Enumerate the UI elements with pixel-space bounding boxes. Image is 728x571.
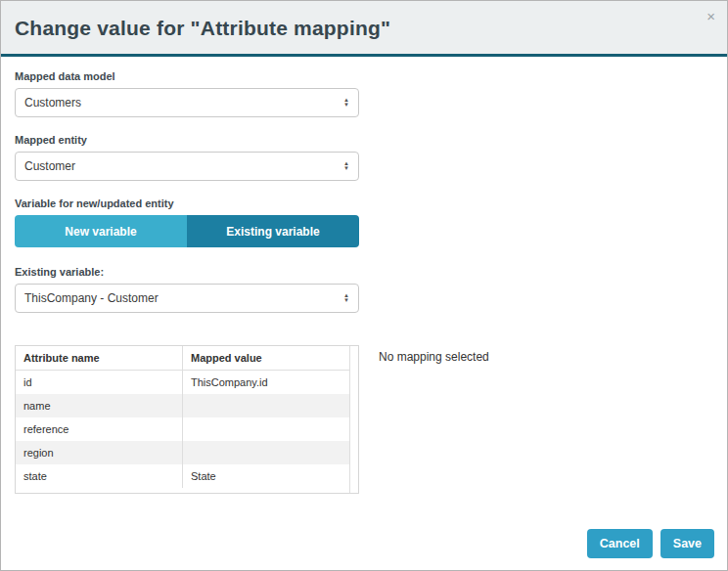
existing-variable-label: Existing variable: [15,266,713,278]
table-row[interactable]: idThisCompany.id [16,371,349,395]
select-arrows-icon: ▲▼ [343,98,349,108]
variable-toggle-group: New variable Existing variable [15,215,359,247]
variable-section-label: Variable for new/updated entity [15,198,713,209]
table-row[interactable]: name [16,394,349,417]
existing-variable-button[interactable]: Existing variable [187,215,359,247]
save-button[interactable]: Save [660,529,714,558]
table-row[interactable]: reference [16,417,349,441]
attribute-name-header: Attribute name [16,346,183,371]
existing-variable-value: ThisCompany - Customer [24,291,159,305]
no-mapping-message: No mapping selected [379,350,489,364]
close-icon[interactable]: × [706,9,715,23]
mapped-data-model-label: Mapped data model [15,70,713,82]
mapping-section: Attribute name Mapped value idThisCompan… [15,345,713,494]
select-arrows-icon: ▲▼ [343,161,349,171]
dialog-footer: Cancel Save [587,529,714,558]
table-row[interactable]: stateState [16,464,349,488]
attribute-name-cell: id [16,371,183,395]
attribute-mapping-table[interactable]: Attribute name Mapped value idThisCompan… [15,345,359,494]
mapped-value-cell [183,441,350,464]
attribute-name-cell: state [16,464,183,488]
attribute-name-cell: name [16,394,183,417]
table-row[interactable]: region [16,441,349,464]
mapped-value-cell [183,394,350,417]
attribute-name-cell: reference [16,417,183,441]
mapped-value-cell: ThisCompany.id [183,371,350,395]
select-arrows-icon: ▲▼ [343,293,349,303]
mapped-value-cell: State [183,464,350,488]
existing-variable-select[interactable]: ThisCompany - Customer ▲▼ [15,284,359,313]
mapped-data-model-select[interactable]: Customers ▲▼ [15,88,359,117]
mapped-entity-value: Customer [24,159,75,173]
mapped-value-cell [183,417,350,441]
table-header-row: Attribute name Mapped value [16,346,349,371]
mapped-value-header: Mapped value [183,346,350,371]
attribute-name-cell: region [16,441,183,464]
dialog-title: Change value for "Attribute mapping" [15,17,711,40]
mapped-entity-label: Mapped entity [15,134,713,146]
mapped-data-model-value: Customers [24,96,81,110]
mapped-entity-select[interactable]: Customer ▲▼ [15,152,359,181]
cancel-button[interactable]: Cancel [587,529,653,558]
dialog-header: Change value for "Attribute mapping" × [1,1,727,57]
table-scrollbar[interactable] [349,346,350,493]
change-value-dialog: Change value for "Attribute mapping" × M… [0,0,728,571]
attribute-table-body: idThisCompany.idnamereferenceregionstate… [16,371,349,489]
dialog-body: Mapped data model Customers ▲▼ Mapped en… [1,57,727,507]
new-variable-button[interactable]: New variable [15,215,187,247]
